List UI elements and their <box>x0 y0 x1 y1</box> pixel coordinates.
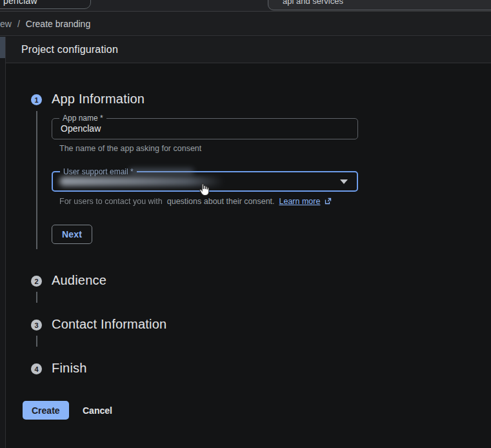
support-email-helper-text: For users to contact you with questions … <box>59 197 332 206</box>
redacted-blur-smudge <box>129 168 194 174</box>
support-email-helper-prefix: For users to contact you with <box>59 197 163 206</box>
create-button[interactable]: Create <box>23 401 69 420</box>
page-title: Project configuration <box>21 44 118 56</box>
step-2-number: 2 <box>34 278 38 285</box>
cancel-button[interactable]: Cancel <box>74 401 121 420</box>
step-4-number: 4 <box>34 365 38 373</box>
learn-more-link[interactable]: Learn more <box>279 197 321 206</box>
step-2-title-audience: Audience <box>52 273 106 288</box>
app-name-value[interactable]: Openclaw <box>61 119 101 139</box>
search-box[interactable]: api and services <box>268 0 491 10</box>
app-name-field[interactable]: App name * Openclaw <box>52 118 358 139</box>
browser-tab[interactable]: penclaw <box>0 0 91 9</box>
project-configuration-screen: penclaw api and services ew / Create bra… <box>0 0 491 448</box>
breadcrumb-separator: / <box>17 19 20 29</box>
breadcrumb-prefix[interactable]: ew <box>0 19 12 29</box>
panel-header: Project configuration <box>6 37 491 63</box>
wizard-content: 1 App Information App name * Openclaw Th… <box>6 63 491 448</box>
user-support-email-label: User support email * <box>60 167 137 176</box>
app-name-helper-text: The name of the app asking for consent <box>59 144 201 153</box>
left-scrollbar-track[interactable] <box>0 37 6 448</box>
step-1-circle: 1 <box>31 94 42 105</box>
step-1-title-app-information: App Information <box>52 92 145 107</box>
external-link-icon <box>325 198 332 205</box>
step-3-number: 3 <box>34 321 38 329</box>
step-4-circle: 4 <box>31 363 42 374</box>
step-4-title-finish: Finish <box>52 361 87 376</box>
stepper-connector-line <box>36 111 37 249</box>
step-1-number: 1 <box>34 96 38 104</box>
step-3-circle: 3 <box>31 320 42 331</box>
chevron-down-icon[interactable] <box>340 179 348 184</box>
breadcrumb: ew / Create branding <box>0 12 491 36</box>
breadcrumb-current: Create branding <box>26 19 90 29</box>
step-2-circle: 2 <box>31 276 42 287</box>
search-box-label: api and services <box>283 0 343 6</box>
scrollbar-thumb[interactable] <box>0 37 5 58</box>
next-button[interactable]: Next <box>52 225 92 244</box>
stepper-connector-tick <box>36 292 37 303</box>
mouse-cursor-icon <box>197 182 211 198</box>
support-email-helper-rest: questions about their consent. <box>165 197 277 206</box>
stepper-connector-tick <box>36 336 37 347</box>
browser-tab-label: penclaw <box>3 0 37 6</box>
top-bar: penclaw api and services <box>0 0 491 12</box>
step-3-title-contact-information: Contact Information <box>52 317 166 332</box>
